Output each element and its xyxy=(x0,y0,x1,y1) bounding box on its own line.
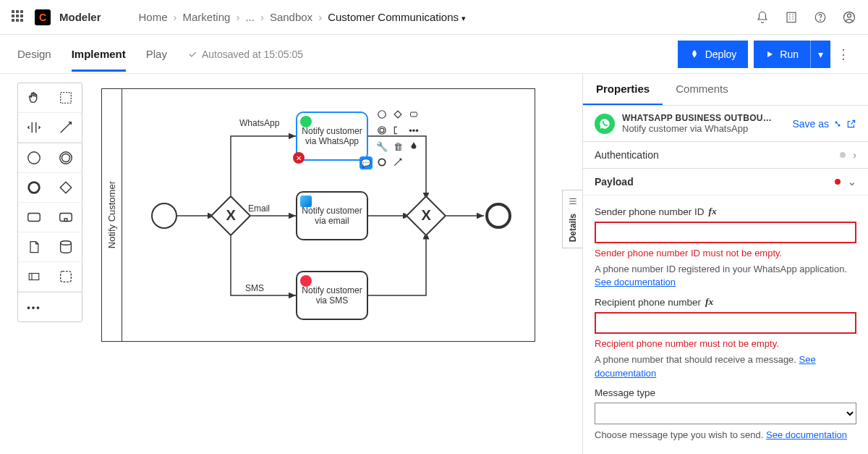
field-label-recipient: Recipient phone number fx xyxy=(595,296,856,308)
gateway-tool-icon[interactable] xyxy=(50,173,82,202)
subprocess-tool-icon[interactable] xyxy=(50,203,82,232)
play-icon xyxy=(765,50,774,59)
field-label-sender: Sender phone number ID fx xyxy=(595,206,856,217)
gateway-join[interactable]: X xyxy=(406,196,447,237)
error-message: Recipient phone number must not be empty… xyxy=(595,338,856,349)
data-object-tool-icon[interactable] xyxy=(18,232,50,261)
ctx-end-event-icon[interactable] xyxy=(375,156,388,169)
panel-tab-comments[interactable]: Comments xyxy=(663,74,741,105)
edge-label-email[interactable]: Email xyxy=(248,203,270,214)
group-tool-icon[interactable] xyxy=(50,262,82,291)
svg-point-9 xyxy=(29,182,40,193)
ctx-intermediate-event-icon[interactable] xyxy=(375,124,388,137)
tab-design[interactable]: Design xyxy=(17,36,51,72)
svg-point-14 xyxy=(61,241,72,245)
fx-icon[interactable]: fx xyxy=(705,296,713,308)
data-store-tool-icon[interactable] xyxy=(50,232,82,261)
doc-link[interactable]: See documentation xyxy=(595,277,676,287)
start-event-tool-icon[interactable] xyxy=(18,143,50,172)
message-type-select[interactable] xyxy=(595,403,856,424)
org-icon[interactable] xyxy=(784,10,799,25)
space-tool-icon[interactable] xyxy=(18,113,50,142)
status-dot-error-icon xyxy=(835,179,841,185)
error-message: Sender phone number ID must not be empty… xyxy=(595,248,856,258)
svg-point-17 xyxy=(378,111,386,119)
intermediate-event-tool-icon[interactable] xyxy=(50,143,82,172)
chevron-right-icon: › xyxy=(236,11,239,23)
ctx-more-icon[interactable]: ••• xyxy=(407,124,420,137)
breadcrumb-current[interactable]: Customer Communications▾ xyxy=(328,11,466,23)
ctx-annotation-icon[interactable] xyxy=(391,124,404,137)
start-event[interactable] xyxy=(151,203,177,229)
sender-phone-id-input[interactable] xyxy=(595,222,856,243)
details-panel-toggle[interactable]: Details xyxy=(562,190,582,248)
help-text: Choose message type you wish to send. Se… xyxy=(595,429,856,442)
hand-tool-icon[interactable] xyxy=(18,83,50,112)
breadcrumb-marketing[interactable]: Marketing xyxy=(183,11,231,23)
error-badge-icon[interactable]: ✕ xyxy=(293,152,305,164)
edge-label-whatsapp[interactable]: WhatsApp xyxy=(239,118,279,128)
ctx-start-event-icon[interactable] xyxy=(375,108,388,121)
svg-point-21 xyxy=(380,128,384,133)
app-switcher-icon[interactable] xyxy=(12,10,26,25)
comment-badge-icon[interactable]: 💬 xyxy=(359,156,373,169)
gateway-split[interactable]: X xyxy=(210,196,252,237)
more-tools-icon[interactable]: ••• xyxy=(18,293,50,321)
ctx-delete-icon[interactable]: 🗑 xyxy=(391,140,404,153)
svg-rect-16 xyxy=(61,272,72,282)
breadcrumb: Home › Marketing › ... › Sandbox › Custo… xyxy=(139,11,467,23)
help-text: A phone number that should receive a mes… xyxy=(595,353,856,379)
edge-label-sms[interactable]: SMS xyxy=(245,283,264,293)
ctx-task-icon[interactable] xyxy=(407,108,420,121)
save-as-button[interactable]: Save as xyxy=(792,118,856,130)
tab-play[interactable]: Play xyxy=(146,36,167,72)
svg-point-6 xyxy=(28,152,41,164)
end-event[interactable] xyxy=(485,203,511,229)
lane-label[interactable]: Notify Customer xyxy=(102,89,122,341)
whatsapp-icon xyxy=(595,114,615,134)
chevron-down-icon: ▾ xyxy=(461,14,466,22)
run-dropdown-button[interactable]: ▾ xyxy=(810,41,830,68)
breadcrumb-home[interactable]: Home xyxy=(139,11,168,23)
help-icon[interactable] xyxy=(813,10,827,25)
external-link-icon xyxy=(846,119,856,129)
ctx-wrench-icon[interactable]: 🔧 xyxy=(375,140,388,153)
tab-implement[interactable]: Implement xyxy=(72,36,126,72)
overflow-menu-icon[interactable]: ⋮ xyxy=(836,46,851,62)
email-connector-icon xyxy=(300,196,312,207)
sms-connector-icon xyxy=(300,275,312,287)
section-authentication[interactable]: Authentication › xyxy=(583,141,868,168)
task-tool-icon[interactable] xyxy=(18,203,50,232)
deploy-button[interactable]: Deploy xyxy=(678,41,749,68)
rocket-icon xyxy=(689,49,699,59)
breadcrumb-sandbox[interactable]: Sandbox xyxy=(270,11,312,23)
doc-link[interactable]: See documentation xyxy=(766,429,847,440)
user-avatar-icon[interactable] xyxy=(842,10,856,25)
ctx-connect-icon[interactable] xyxy=(391,156,404,169)
list-icon xyxy=(568,196,578,206)
breadcrumb-overflow[interactable]: ... xyxy=(245,11,255,23)
connect-tool-icon[interactable] xyxy=(50,113,82,142)
fx-icon[interactable]: fx xyxy=(709,206,717,217)
task-whatsapp[interactable]: Notify customer via WhatsApp ✕ 💬 xyxy=(296,112,368,161)
notifications-icon[interactable] xyxy=(755,10,770,25)
svg-point-8 xyxy=(62,154,70,162)
bpmn-pool[interactable]: Notify Customer xyxy=(101,88,535,342)
pool-tool-icon[interactable] xyxy=(18,262,50,291)
run-button[interactable]: Run xyxy=(754,41,810,68)
ctx-gateway-icon[interactable] xyxy=(391,108,404,121)
ctx-color-icon[interactable] xyxy=(407,140,420,153)
section-payload[interactable]: Payload ⌄ xyxy=(583,168,868,195)
check-icon xyxy=(187,49,197,59)
end-event-tool-icon[interactable] xyxy=(18,173,50,202)
lasso-tool-icon[interactable] xyxy=(50,83,82,112)
recipient-phone-input[interactable] xyxy=(595,312,856,334)
whatsapp-icon xyxy=(300,116,312,127)
canvas[interactable]: ••• Notify Customer xyxy=(0,74,582,454)
svg-rect-15 xyxy=(29,274,39,280)
task-sms[interactable]: Notify customer via SMS xyxy=(296,271,368,320)
svg-rect-13 xyxy=(64,219,67,222)
panel-tab-properties[interactable]: Properties xyxy=(583,74,663,105)
task-email[interactable]: Notify customer via email xyxy=(296,191,368,240)
svg-rect-11 xyxy=(28,214,41,222)
